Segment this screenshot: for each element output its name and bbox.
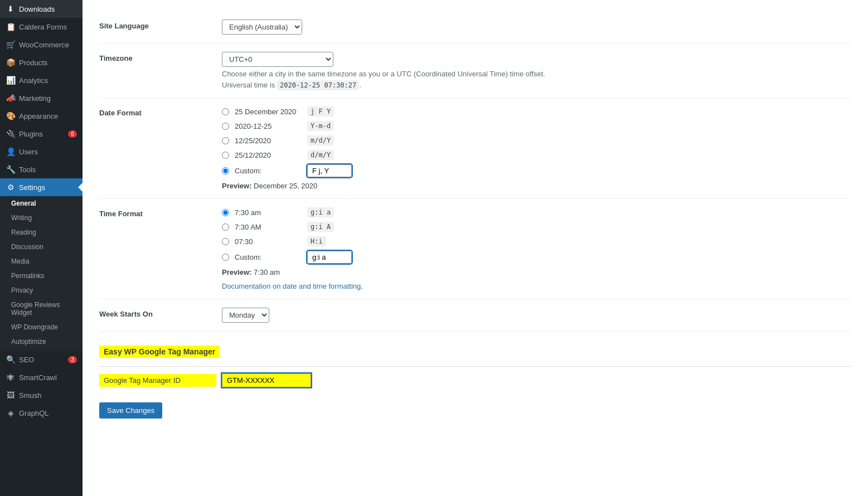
- plugins-icon: 🔌: [6, 129, 16, 138]
- submenu-writing[interactable]: Writing: [0, 211, 83, 225]
- date-format-code-3: m/d/Y: [307, 135, 334, 145]
- submenu-wp-downgrade[interactable]: WP Downgrade: [0, 320, 83, 334]
- main-content: Site Language English (Australia) Timezo…: [83, 0, 868, 496]
- time-format-row: Time Format 7:30 am g:i a 7:30 AM g:i A: [99, 199, 851, 299]
- date-format-code-2: Y-m-d: [307, 121, 334, 131]
- save-row: Save Changes: [99, 402, 851, 419]
- seo-badge: 3: [68, 356, 77, 363]
- sidebar-item-tools[interactable]: 🔧 Tools: [0, 161, 83, 178]
- site-language-label: Site Language: [99, 20, 222, 30]
- time-format-radio-2[interactable]: [222, 223, 229, 231]
- submenu-autoptimize[interactable]: Autoptimize: [0, 334, 83, 349]
- date-format-control: 25 December 2020 j F Y 2020-12-25 Y-m-d …: [222, 106, 851, 190]
- date-format-option-3: 12/25/2020 m/d/Y: [222, 135, 851, 145]
- submenu-reading[interactable]: Reading: [0, 225, 83, 240]
- time-format-code-1: g:i a: [307, 207, 334, 217]
- sidebar: ⬇ Downloads 📋 Caldera Forms 🛒 WooCommerc…: [0, 0, 83, 496]
- date-format-preview-value: December 25, 2020: [254, 182, 317, 190]
- date-format-option-custom: Custom:: [222, 164, 851, 177]
- sidebar-item-label: Products: [19, 59, 47, 67]
- sidebar-item-settings[interactable]: ⚙ Settings: [0, 178, 83, 196]
- submenu-privacy[interactable]: Privacy: [0, 283, 83, 298]
- sidebar-item-downloads[interactable]: ⬇ Downloads: [0, 0, 83, 18]
- submenu-google-reviews[interactable]: Google Reviews Widget: [0, 298, 83, 320]
- sidebar-item-label: SEO: [19, 356, 34, 364]
- sidebar-item-woocommerce[interactable]: 🛒 WooCommerce: [0, 36, 83, 54]
- submenu-discussion[interactable]: Discussion: [0, 240, 83, 254]
- sidebar-item-marketing[interactable]: 📣 Marketing: [0, 89, 83, 107]
- sidebar-item-appearance[interactable]: 🎨 Appearance: [0, 107, 83, 125]
- sidebar-item-label: Tools: [19, 166, 36, 174]
- date-format-label-2: 2020-12-25: [235, 122, 302, 130]
- timezone-row: Timezone UTC+0 Choose either a city in t…: [99, 43, 851, 98]
- date-format-label-custom: Custom:: [235, 167, 302, 175]
- date-format-radio-2[interactable]: [222, 123, 229, 130]
- sidebar-item-products[interactable]: 📦 Products: [0, 54, 83, 71]
- date-format-radio-4[interactable]: [222, 152, 229, 159]
- timezone-select[interactable]: UTC+0: [222, 52, 333, 67]
- sidebar-item-label: Downloads: [19, 5, 55, 13]
- time-format-preview: Preview: 7:30 am: [222, 268, 851, 276]
- date-format-custom-input[interactable]: [307, 164, 352, 177]
- settings-content: Site Language English (Australia) Timezo…: [83, 0, 868, 496]
- submenu-permalinks[interactable]: Permalinks: [0, 269, 83, 283]
- sidebar-item-seo[interactable]: 🔍 SEO 3: [0, 351, 83, 368]
- appearance-icon: 🎨: [6, 111, 16, 120]
- sidebar-item-label: Analytics: [19, 76, 48, 85]
- date-format-label: Date Format: [99, 106, 222, 117]
- time-format-custom-input[interactable]: [307, 251, 352, 264]
- time-format-radio-1[interactable]: [222, 209, 229, 216]
- doc-link-container: Documentation on date and time formattin…: [222, 282, 851, 290]
- time-format-radio-custom[interactable]: [222, 254, 229, 261]
- gtm-id-input[interactable]: [222, 373, 311, 387]
- site-language-row: Site Language English (Australia): [99, 11, 851, 43]
- timezone-help1: Choose either a city in the same timezon…: [222, 70, 851, 78]
- sidebar-item-smartcrawl[interactable]: 🕷 SmartCrawl: [0, 368, 83, 386]
- time-format-label: Time Format: [99, 207, 222, 218]
- time-format-code-2: g:i A: [307, 222, 334, 232]
- sidebar-item-label: WooCommerce: [19, 41, 69, 49]
- date-format-code-1: j F Y: [307, 106, 334, 116]
- sidebar-item-label: Smush: [19, 391, 41, 400]
- site-language-select[interactable]: English (Australia): [222, 20, 302, 35]
- sidebar-item-users[interactable]: 👤 Users: [0, 143, 83, 161]
- time-format-radio-group: 7:30 am g:i a 7:30 AM g:i A 07:30 H:i: [222, 207, 851, 264]
- date-format-radio-group: 25 December 2020 j F Y 2020-12-25 Y-m-d …: [222, 106, 851, 177]
- sidebar-item-graphql[interactable]: ◈ GraphQL: [0, 404, 83, 422]
- submenu-general[interactable]: General: [0, 196, 83, 211]
- plugins-badge: 6: [68, 130, 77, 138]
- sidebar-item-plugins[interactable]: 🔌 Plugins 6: [0, 125, 83, 143]
- time-format-option-3: 07:30 H:i: [222, 236, 851, 246]
- marketing-icon: 📣: [6, 94, 16, 103]
- timezone-label: Timezone: [99, 52, 222, 62]
- sidebar-item-caldera-forms[interactable]: 📋 Caldera Forms: [0, 18, 83, 36]
- settings-arrow: [78, 183, 83, 192]
- current-time-code: 2020-12-25 07:30:27: [277, 80, 359, 90]
- date-format-radio-3[interactable]: [222, 137, 229, 144]
- date-format-radio-custom[interactable]: [222, 167, 229, 174]
- time-format-option-1: 7:30 am g:i a: [222, 207, 851, 217]
- doc-link[interactable]: Documentation on date and time formattin…: [222, 282, 361, 290]
- gtm-section-header: Easy WP Google Tag Manager: [99, 346, 220, 358]
- time-format-label-3: 07:30: [235, 237, 302, 246]
- users-icon: 👤: [6, 147, 16, 156]
- date-format-radio-1[interactable]: [222, 108, 229, 115]
- seo-icon: 🔍: [6, 355, 16, 364]
- week-starts-on-label: Week Starts On: [99, 308, 222, 318]
- sidebar-item-label: Settings: [19, 183, 45, 192]
- time-format-control: 7:30 am g:i a 7:30 AM g:i A 07:30 H:i: [222, 207, 851, 290]
- tools-icon: 🔧: [6, 165, 16, 174]
- analytics-icon: 📊: [6, 76, 16, 85]
- save-button[interactable]: Save Changes: [99, 402, 162, 419]
- products-icon: 📦: [6, 58, 16, 67]
- sidebar-item-analytics[interactable]: 📊 Analytics: [0, 71, 83, 89]
- caldera-forms-icon: 📋: [6, 22, 16, 31]
- date-format-label-3: 12/25/2020: [235, 137, 302, 145]
- submenu-media[interactable]: Media: [0, 254, 83, 269]
- week-starts-on-select[interactable]: Monday: [222, 308, 269, 323]
- week-starts-on-row: Week Starts On Monday: [99, 299, 851, 332]
- date-format-option-1: 25 December 2020 j F Y: [222, 106, 851, 116]
- timezone-help2-text: Universal time is: [222, 81, 275, 89]
- sidebar-item-smush[interactable]: 🖼 Smush: [0, 386, 83, 404]
- time-format-radio-3[interactable]: [222, 238, 229, 245]
